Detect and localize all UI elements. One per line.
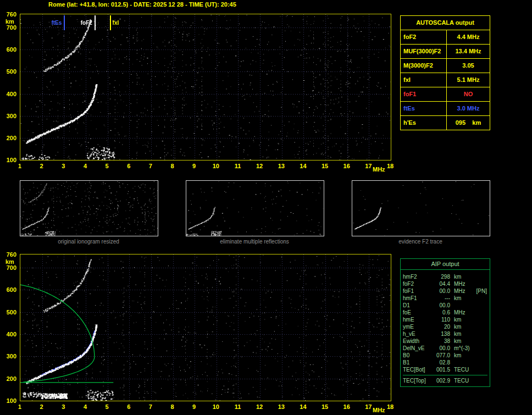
aip-row-extra: [PN] — [473, 287, 487, 295]
autoscala-title: AUTOSCALA output — [401, 16, 490, 30]
aip-row-extra — [473, 302, 487, 309]
aip-row-tec-bot: TEC[Bot]001.5TECU — [403, 366, 487, 373]
x-tick-label: 15 — [318, 163, 331, 169]
thumb-original-canvas — [20, 181, 158, 236]
aip-row-value: 00.0 — [431, 302, 450, 309]
aip-row-value: 077.0 — [431, 352, 450, 359]
autoscala-row: MUF(3000)F213.4 MHz — [401, 45, 490, 59]
aip-rows: hmF2298kmfoF204.4MHzfoF100.0MHz[PN]hmF1-… — [401, 270, 490, 386]
aip-row-name: hmE — [403, 316, 431, 323]
aip-row-value: 110 — [431, 316, 450, 323]
aip-row: Ewidth38km — [403, 337, 487, 345]
aip-row-extra — [473, 316, 487, 323]
autoscala-row-label: M(3000)F2 — [401, 59, 447, 73]
aip-row-extra — [473, 345, 487, 352]
x-tick-label: 4 — [79, 403, 92, 410]
x-tick-label: 2 — [35, 403, 48, 410]
x-tick-label: 3 — [57, 403, 70, 410]
y-tick-label: 200 — [1, 375, 16, 382]
aip-row-unit: TECU — [454, 366, 473, 373]
aip-row-extra — [473, 323, 487, 330]
aip-row-unit: km — [454, 295, 473, 302]
autoscala-row-value: 3.05 — [447, 59, 490, 73]
aip-row-unit — [454, 359, 473, 366]
x-tick-label: 11 — [231, 163, 244, 169]
aip-row-unit: MHz — [454, 309, 473, 316]
x-tick-label: 9 — [187, 403, 201, 410]
autoscala-rows: foF24.4 MHzMUF(3000)F213.4 MHzM(3000)F23… — [401, 30, 490, 130]
aip-row-value: 298 — [431, 273, 450, 280]
aip-row-value: 38 — [431, 337, 450, 345]
x-tick-label: 8 — [166, 163, 179, 169]
aip-row-unit: km — [454, 330, 473, 337]
x-tick-label: 13 — [275, 403, 288, 410]
y-tick-label: 600 — [1, 286, 16, 293]
aip-row-unit — [454, 302, 473, 309]
x-tick-label: 3 — [57, 163, 70, 169]
aip-row-value: 001.5 — [431, 366, 450, 373]
x-tick-label: 7 — [144, 403, 157, 410]
aip-row: B0077.0km — [403, 352, 487, 359]
autoscala-row-value: 095 km — [447, 116, 490, 130]
x-tick-label: 1 — [13, 163, 26, 169]
aip-row-unit: km — [454, 323, 473, 330]
aip-row-value: 04.4 — [431, 280, 450, 287]
autoscala-output-table: AUTOSCALA output foF24.4 MHzMUF(3000)F21… — [400, 15, 490, 130]
x-tick-label: 5 — [101, 163, 114, 169]
y-tick-label: 700 — [1, 264, 16, 271]
y-tick-label: 700 — [1, 24, 16, 31]
autoscala-row-value: NO — [447, 87, 490, 101]
thumb-original-ionogram — [20, 180, 158, 236]
ionogram-canvas-top — [20, 14, 391, 160]
y-tick-label: 400 — [1, 91, 16, 97]
aip-row: DelN_vE00.0m^(-3) — [403, 345, 487, 352]
aip-row-name: D1 — [403, 302, 431, 309]
aip-row-value: 00.0 — [431, 345, 450, 352]
aip-row-name: Ewidth — [403, 337, 431, 345]
aip-row-value: 00.0 — [431, 287, 450, 295]
aip-row: foF100.0MHz[PN] — [403, 287, 487, 295]
x-tick-label: 12 — [253, 163, 266, 169]
aip-row: foE0.6MHz — [403, 309, 487, 316]
y-tick-label: 300 — [1, 353, 16, 359]
aip-row-unit: km — [454, 273, 473, 280]
aip-row-name: ymE — [403, 323, 431, 330]
x-tick-label: 18 — [384, 163, 397, 169]
aip-row-tec-top: TEC[Top]002.9TECU — [403, 377, 487, 384]
aip-row-name: hmF2 — [403, 273, 431, 280]
aip-title: AIP output — [401, 259, 490, 270]
aip-row-unit: km — [454, 352, 473, 359]
aip-row-extra — [473, 295, 487, 302]
aip-row-name: B0 — [403, 352, 431, 359]
autoscala-window: Rome (lat: +41.8, lon: 012.5) - DATE: 20… — [0, 0, 532, 415]
aip-row-extra — [473, 280, 487, 287]
aip-row-name: foE — [403, 309, 431, 316]
aip-divider — [403, 375, 487, 375]
autoscala-row-value: 5.1 MHz — [447, 73, 490, 87]
aip-row: D100.0 — [403, 302, 487, 309]
aip-row-value: 138 — [431, 330, 450, 337]
thumb-no-multiples — [186, 180, 324, 236]
y-tick-label: 760 — [1, 251, 16, 258]
aip-row-name: TEC[Top] — [403, 377, 431, 384]
aip-row: foF204.4MHz — [403, 280, 487, 287]
aip-row: B102.8 — [403, 359, 487, 366]
aip-row-unit: km — [454, 337, 473, 345]
x-tick-label: 10 — [209, 403, 223, 410]
aip-row-value: 002.9 — [431, 377, 450, 384]
header-title: Rome (lat: +41.8, lon: 012.5) - DATE: 20… — [48, 1, 236, 8]
aip-row-name: TEC[Bot] — [403, 366, 431, 373]
x-tick-label: 18 — [384, 403, 397, 410]
y-tick-label: 600 — [1, 46, 16, 53]
marker-label-fxI: fxI — [113, 20, 119, 26]
aip-row: ymE20km — [403, 323, 487, 330]
autoscala-row-label: ftEs — [401, 102, 447, 115]
aip-row-name: h_vE — [403, 330, 431, 337]
x-tick-label: 4 — [79, 163, 92, 169]
aip-row: hmF1---km — [403, 295, 487, 302]
autoscala-row: foF1NO — [401, 87, 490, 102]
autoscala-row-label: MUF(3000)F2 — [401, 45, 447, 58]
x-tick-label: 10 — [209, 163, 223, 169]
autoscala-row: h'Es095 km — [401, 116, 490, 130]
autoscala-row-label: foF2 — [401, 30, 447, 44]
